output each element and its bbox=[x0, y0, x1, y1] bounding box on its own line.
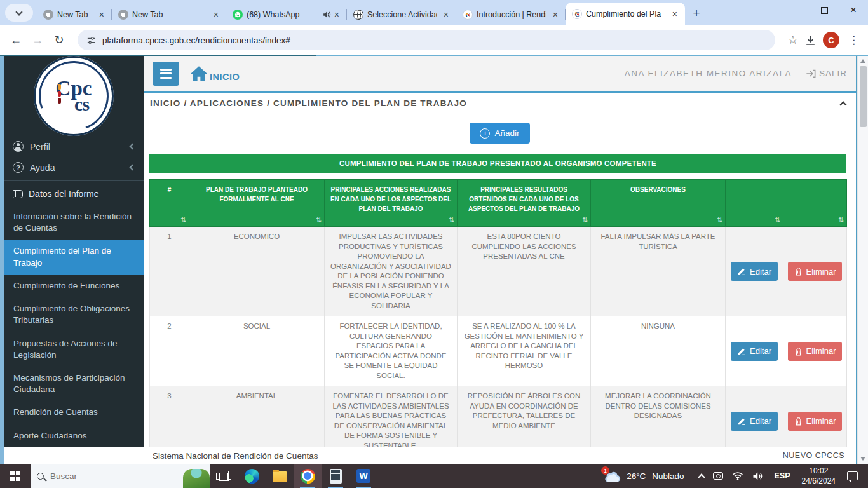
chrome-button[interactable] bbox=[294, 464, 322, 488]
breadcrumb: INICIO / APLICACIONES / CUMPLIMIENTO DEL… bbox=[150, 98, 467, 108]
collapse-chevron-icon[interactable] bbox=[839, 101, 846, 108]
calculator-button[interactable] bbox=[322, 464, 349, 488]
edge-button[interactable] bbox=[238, 464, 266, 488]
close-window-button[interactable]: × bbox=[839, 0, 868, 20]
taskbar-search[interactable] bbox=[31, 464, 210, 488]
url-text[interactable]: plataforma.cpccs.gob.ec/rendicioncuentas… bbox=[102, 36, 290, 45]
sort-icon[interactable]: ⇅ bbox=[838, 215, 844, 226]
edit-button[interactable]: Editar bbox=[731, 412, 778, 431]
add-button-label: Añadir bbox=[494, 128, 519, 138]
file-explorer-button[interactable] bbox=[266, 464, 294, 488]
volume-icon[interactable] bbox=[752, 471, 764, 481]
tab-audio-icon[interactable] bbox=[323, 11, 332, 18]
sort-icon[interactable]: ⇅ bbox=[582, 215, 588, 226]
sidebar-item-perfil[interactable]: Perfil bbox=[4, 136, 144, 157]
task-view-button[interactable] bbox=[210, 464, 238, 488]
language-indicator[interactable]: ESP bbox=[775, 471, 790, 480]
chevron-down-icon bbox=[15, 8, 22, 15]
column-header-plan[interactable]: PLAN DE TRABAJO PLANTEADO FORMALMENTE AL… bbox=[189, 180, 325, 227]
footer-system-name: Sistema Nacional de Rendición de Cuentas bbox=[11, 451, 318, 461]
edit-button[interactable]: Editar bbox=[731, 262, 778, 281]
sort-icon[interactable]: ⇅ bbox=[775, 215, 780, 226]
tab-whatsapp[interactable]: (68) WhatsApp × bbox=[226, 4, 347, 25]
search-input[interactable] bbox=[50, 471, 158, 481]
sidebar-section-datos-informe[interactable]: Datos del Informe bbox=[4, 181, 144, 205]
clock-widget[interactable]: 10:02 24/6/2024 bbox=[802, 466, 836, 486]
wifi-icon[interactable] bbox=[732, 471, 743, 480]
start-button[interactable] bbox=[0, 464, 31, 488]
sort-icon[interactable]: ⇅ bbox=[717, 215, 722, 226]
tab-close-icon[interactable]: × bbox=[670, 9, 680, 19]
cell-resultados: SE A REALIZADO AL 100 % LA GESTIOÓN EL M… bbox=[458, 316, 591, 386]
downloads-icon[interactable] bbox=[804, 34, 817, 46]
tray-chevron-up-icon[interactable] bbox=[699, 472, 704, 480]
weather-widget[interactable]: 1 26°CNublado bbox=[602, 468, 684, 484]
tab-introduccion[interactable]: C Introducción | Rendic × bbox=[456, 4, 566, 25]
minimize-button[interactable]: — bbox=[780, 0, 810, 20]
column-header-eliminar[interactable]: ⇅ bbox=[783, 180, 847, 227]
tab-close-icon[interactable]: × bbox=[550, 10, 560, 20]
tab-cumplimiento-active[interactable]: C Cumplimiento del Pla × bbox=[566, 3, 685, 25]
scroll-up-icon[interactable] bbox=[860, 59, 865, 63]
vertical-scrollbar[interactable] bbox=[857, 56, 868, 464]
screen-cast-icon[interactable] bbox=[713, 472, 723, 480]
sidebar-item-propuestas-legislacion[interactable]: Propuestas de Acciones de Legislación bbox=[4, 332, 144, 367]
sidebar-item-obligaciones-tributarias[interactable]: Cumplimiento de Obligaciones Tributarias bbox=[4, 297, 144, 332]
sidebar-item-informacion-rendicion[interactable]: Información sobre la Rendición de Cuenta… bbox=[4, 205, 144, 240]
tab-new-tab-2[interactable]: New Tab × bbox=[112, 4, 226, 25]
column-header-num[interactable]: #⇅ bbox=[150, 180, 189, 227]
sort-icon[interactable]: ⇅ bbox=[449, 215, 454, 226]
tab-new-tab-1[interactable]: New Tab × bbox=[37, 4, 112, 25]
tab-label: (68) WhatsApp bbox=[247, 10, 318, 19]
tab-seleccione-actividad[interactable]: Seleccione Actividad × bbox=[347, 4, 456, 25]
forward-button[interactable]: → bbox=[28, 30, 47, 50]
logout-button[interactable]: SALIR bbox=[806, 69, 847, 78]
site-settings-icon[interactable] bbox=[86, 36, 96, 45]
sidebar-item-cumplimiento-plan[interactable]: Cumplimiento del Plan de Trabajo bbox=[4, 240, 144, 274]
tab-close-icon[interactable]: × bbox=[441, 10, 451, 20]
back-button[interactable]: ← bbox=[6, 30, 25, 50]
bookmark-star-icon[interactable]: ☆ bbox=[788, 33, 798, 47]
column-header-editar[interactable]: ⇅ bbox=[726, 180, 783, 227]
edit-button[interactable]: Editar bbox=[731, 342, 778, 361]
tab-close-icon[interactable]: × bbox=[97, 10, 107, 20]
edge-icon bbox=[245, 469, 259, 484]
sidebar-item-rendicion-cuentas[interactable]: Rendición de Cuentas bbox=[4, 401, 144, 424]
screen: New Tab × New Tab × (68) WhatsApp × Sele… bbox=[0, 0, 868, 488]
add-button[interactable]: + Añadir bbox=[470, 123, 529, 144]
column-header-acciones[interactable]: PRINCIPALES ACCIONES REALIZADAS EN CADA … bbox=[325, 180, 458, 227]
sidebar-item-ayuda[interactable]: ? Ayuda bbox=[4, 157, 144, 178]
hamburger-menu-button[interactable] bbox=[153, 62, 179, 86]
scrollbar-thumb[interactable] bbox=[860, 66, 867, 127]
delete-button[interactable]: Eliminar bbox=[788, 262, 843, 281]
tab-close-icon[interactable]: × bbox=[332, 10, 342, 20]
sidebar-item-mecanismos-participacion[interactable]: Mecanismos de Participación Ciudadana bbox=[4, 367, 144, 401]
column-header-observaciones[interactable]: OBSERVACIONES⇅ bbox=[591, 180, 726, 227]
browser-menu-icon[interactable]: ⋮ bbox=[848, 34, 859, 47]
cell-plan: SOCIAL bbox=[189, 316, 325, 386]
action-center-icon[interactable] bbox=[847, 471, 858, 480]
question-icon: ? bbox=[13, 162, 24, 173]
delete-button[interactable]: Eliminar bbox=[788, 412, 843, 431]
sort-icon[interactable]: ⇅ bbox=[316, 215, 322, 226]
delete-button[interactable]: Eliminar bbox=[788, 342, 843, 361]
sidebar-item-cumplimiento-funciones[interactable]: Cumplimiento de Funciones bbox=[4, 274, 144, 297]
tab-strip: New Tab × New Tab × (68) WhatsApp × Sele… bbox=[0, 0, 868, 25]
task-view-icon bbox=[219, 471, 229, 481]
column-header-resultados[interactable]: PRINCIPALES RESULTADOS OBTENIDOS EN CADA… bbox=[458, 180, 591, 227]
sort-icon[interactable]: ⇅ bbox=[180, 215, 186, 226]
maximize-button[interactable] bbox=[810, 0, 839, 20]
tab-close-icon[interactable]: × bbox=[211, 10, 221, 20]
home-link[interactable]: INICIO bbox=[189, 65, 240, 82]
cell-plan: ECONOMICO bbox=[189, 227, 325, 316]
search-daily-image[interactable] bbox=[183, 469, 210, 488]
sidebar-item-aporte-ciudadanos[interactable]: Aporte Ciudadanos bbox=[4, 424, 144, 447]
profile-avatar[interactable]: C bbox=[823, 32, 839, 48]
new-tab-button[interactable]: + bbox=[688, 4, 705, 22]
scroll-down-icon[interactable] bbox=[860, 457, 865, 461]
address-bar[interactable]: plataforma.cpccs.gob.ec/rendicioncuentas… bbox=[78, 30, 775, 50]
tab-search-chip[interactable] bbox=[5, 4, 33, 22]
reload-button[interactable]: ↻ bbox=[50, 30, 69, 50]
cell-observaciones: MEJORAR LA COORDINACIÓN DENTRO DELAS COM… bbox=[591, 386, 726, 447]
word-button[interactable]: W bbox=[349, 464, 377, 488]
